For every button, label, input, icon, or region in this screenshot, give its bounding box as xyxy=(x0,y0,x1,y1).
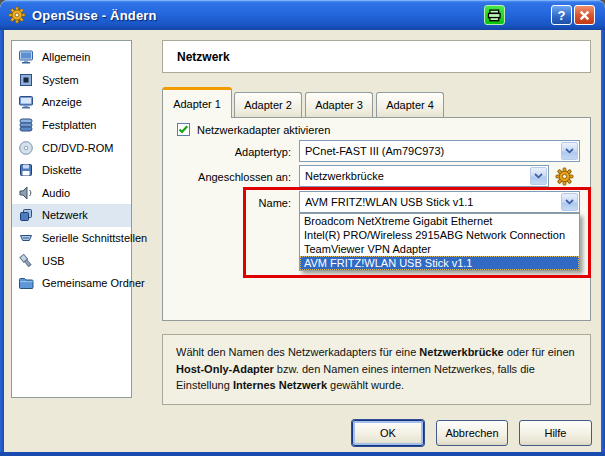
tab-adapter-4[interactable]: Adapter 4 xyxy=(376,92,444,117)
hardcopy-printer-button[interactable] xyxy=(484,5,505,25)
sidebar-item-serielle-schnittstellen[interactable]: Serielle Schnittstellen xyxy=(12,227,131,250)
vm-settings-window: OpenSuse - Ändern ? xyxy=(0,0,605,456)
close-button[interactable] xyxy=(574,5,595,25)
cancel-button[interactable]: Abbrechen xyxy=(436,420,508,446)
adapter1-tab-panel: Netzwerkadapter aktivieren Adaptertyp: P… xyxy=(162,117,591,321)
chevron-down-icon xyxy=(565,199,574,205)
name-dropdown-arrow[interactable] xyxy=(561,193,578,211)
sidebar-item-system[interactable]: System xyxy=(12,69,131,92)
settings-category-list: Allgemein System Anzeige Festplatten CD/… xyxy=(11,40,132,398)
tab-adapter-1[interactable]: Adapter 1 xyxy=(162,87,232,118)
checkmark-icon xyxy=(178,124,189,135)
adapter-type-combobox[interactable]: PCnet-FAST III (Am79C973) xyxy=(299,140,580,162)
sidebar-item-gemeinsame-ordner[interactable]: Gemeinsame Ordner xyxy=(12,272,131,295)
dropdown-option-selected[interactable]: AVM FRITZ!WLAN USB Stick v1.1 xyxy=(300,256,579,270)
printer-icon xyxy=(487,9,502,22)
dropdown-option[interactable]: TeamViewer VPN Adapter xyxy=(300,242,579,256)
folder-icon xyxy=(18,275,34,291)
info-text-bold: Host-Only-Adapter xyxy=(176,363,274,375)
settings-gear-icon xyxy=(8,6,26,24)
page-header: Netzwerk xyxy=(162,40,591,73)
info-text: oder für einen xyxy=(504,346,575,358)
chipset-icon xyxy=(18,72,34,88)
monitor-icon xyxy=(18,49,34,65)
window-border-right xyxy=(601,30,605,456)
enable-network-adapter-label: Netzwerkadapter aktivieren xyxy=(197,124,330,136)
speaker-icon xyxy=(18,185,34,201)
bridge-settings-gear-icon[interactable] xyxy=(555,167,574,186)
adapter-type-dropdown-arrow[interactable] xyxy=(561,142,578,160)
attached-to-dropdown-arrow[interactable] xyxy=(530,167,547,185)
sidebar-item-festplatten[interactable]: Festplatten xyxy=(12,114,131,137)
usb-icon xyxy=(18,253,34,269)
sidebar-item-netzwerk[interactable]: Netzwerk xyxy=(12,204,131,227)
close-icon xyxy=(579,10,590,21)
info-text-bold: Netzwerkbrücke xyxy=(419,346,503,358)
sidebar-item-anzeige[interactable]: Anzeige xyxy=(12,91,131,114)
info-text: gewählt wurde. xyxy=(327,379,404,391)
ok-button[interactable]: OK xyxy=(352,420,424,446)
harddisk-icon xyxy=(18,117,34,133)
dropdown-option[interactable]: Intel(R) PRO/Wireless 2915ABG Network Co… xyxy=(300,228,579,242)
sidebar-item-usb[interactable]: USB xyxy=(12,249,131,272)
name-dropdown-list: Broadcom NetXtreme Gigabit Ethernet Inte… xyxy=(299,213,580,271)
sidebar-item-allgemein[interactable]: Allgemein xyxy=(12,46,131,69)
titlebar[interactable]: OpenSuse - Ändern ? xyxy=(0,0,605,30)
network-icon xyxy=(18,207,34,223)
help-button-bottom[interactable]: Hilfe xyxy=(519,420,592,446)
help-button[interactable]: ? xyxy=(551,5,572,25)
attached-to-combobox[interactable]: Netzwerkbrücke xyxy=(299,165,549,187)
enable-network-adapter-checkbox[interactable] xyxy=(177,123,190,136)
sidebar-item-cd-dvd-rom[interactable]: CD/DVD-ROM xyxy=(12,136,131,159)
serial-port-icon xyxy=(18,230,34,246)
attached-to-label: Angeschlossen an: xyxy=(167,171,291,183)
tab-adapter-3[interactable]: Adapter 3 xyxy=(305,92,373,117)
name-label: Name: xyxy=(167,197,291,209)
floppy-icon xyxy=(18,162,34,178)
help-icon: ? xyxy=(558,8,566,23)
display-icon xyxy=(18,94,34,110)
cd-icon xyxy=(18,140,34,156)
info-text-box: Wählt den Namen des Netzwerkadapters für… xyxy=(162,334,591,405)
chevron-down-icon xyxy=(565,148,574,154)
page-title: Netzwerk xyxy=(177,50,230,64)
tab-adapter-2[interactable]: Adapter 2 xyxy=(234,92,302,117)
info-text: Wählt den Namen des Netzwerkadapters für… xyxy=(176,346,419,358)
dialog-body: Allgemein System Anzeige Festplatten CD/… xyxy=(4,30,601,452)
sidebar-item-diskette[interactable]: Diskette xyxy=(12,159,131,182)
sidebar-item-audio[interactable]: Audio xyxy=(12,182,131,205)
adapter-type-label: Adaptertyp: xyxy=(167,146,291,158)
window-border-bottom xyxy=(0,452,605,456)
chevron-down-icon xyxy=(534,173,543,179)
window-title: OpenSuse - Ändern xyxy=(32,8,157,23)
dropdown-option[interactable]: Broadcom NetXtreme Gigabit Ethernet xyxy=(300,214,579,228)
name-combobox[interactable]: AVM FRITZ!WLAN USB Stick v1.1 xyxy=(299,191,580,213)
info-text-bold: Internes Netzwerk xyxy=(233,379,327,391)
